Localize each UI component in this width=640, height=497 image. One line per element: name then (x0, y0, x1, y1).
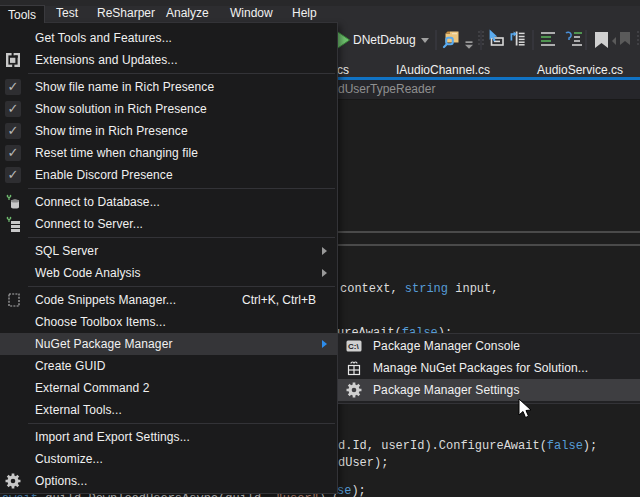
svg-text:DNetDebug: DNetDebug (353, 33, 416, 47)
svg-text:C:\: C:\ (348, 342, 359, 351)
